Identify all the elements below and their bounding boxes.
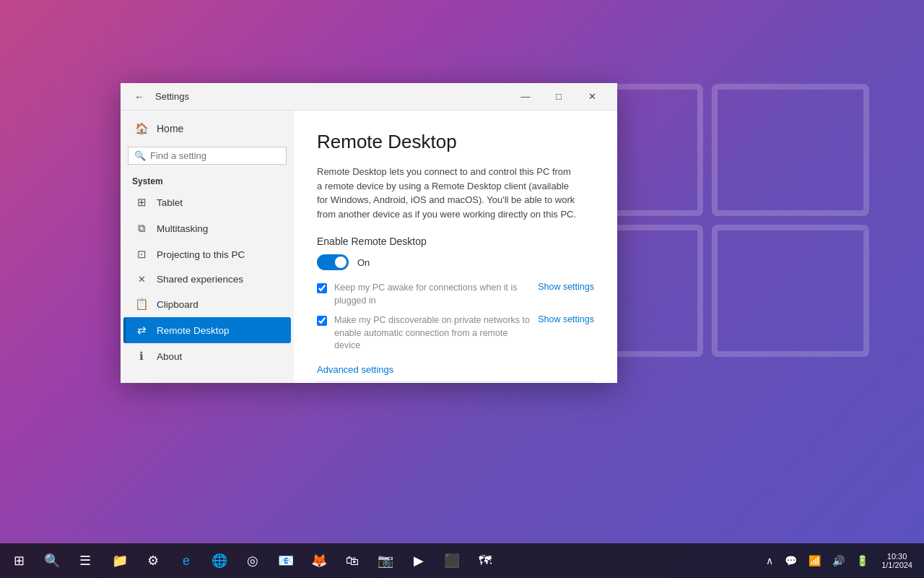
checkbox-inner-1: Keep my PC awake for connections when it…: [317, 282, 594, 307]
taskbar-clock[interactable]: 10:30 1/1/2024: [876, 552, 918, 569]
taskbar-right: ∧ 💬 📶 🔊 🔋 10:30 1/1/2024: [762, 552, 924, 569]
explorer-icon: 📁: [112, 553, 128, 569]
svg-rect-1: [715, 87, 866, 213]
start-icon: ⊞: [14, 553, 25, 569]
taskbar: ⊞ 🔍 ☰ 📁 ⚙ e 🌐 ◎ 📧 🦊 🛍: [0, 543, 924, 578]
remote-desktop-icon: ⇄: [135, 324, 148, 337]
taskbar-app-chrome[interactable]: ◎: [237, 545, 269, 577]
checkbox-2-text: Make my PC discoverable on private netwo…: [334, 314, 531, 353]
store-icon: 🛍: [346, 553, 359, 569]
clock-time: 10:30: [881, 552, 912, 561]
multitasking-icon: ⧉: [135, 222, 148, 235]
toggle-row: On: [317, 254, 594, 270]
powershell-icon: ▶: [414, 553, 424, 569]
content-pane: Remote Desktop Remote Desktop lets you c…: [294, 111, 617, 383]
sidebar-item-label: Multitasking: [157, 223, 208, 234]
sidebar-item-tablet[interactable]: ⊞ Tablet: [123, 189, 291, 215]
window-title: Settings: [155, 91, 189, 102]
taskbar-app-edge[interactable]: e: [170, 545, 202, 577]
sidebar-search-box[interactable]: 🔍: [128, 147, 287, 165]
taskbar-app-ie[interactable]: 🌐: [204, 545, 235, 577]
taskbar-app-maps[interactable]: 🗺: [469, 545, 501, 577]
taskbar-search-icon: 🔍: [44, 553, 60, 569]
task-view-icon: ☰: [79, 553, 91, 569]
discoverable-checkbox[interactable]: [317, 316, 327, 326]
sidebar-item-remote-desktop[interactable]: ⇄ Remote Desktop: [123, 317, 291, 343]
taskbar-app-explorer[interactable]: 📁: [104, 545, 136, 577]
ie-icon: 🌐: [212, 553, 227, 569]
page-title: Remote Desktop: [317, 131, 594, 153]
minimize-icon: —: [521, 91, 531, 102]
checkbox-1-text: Keep my PC awake for connections when it…: [334, 282, 531, 307]
terminal-icon: ⬛: [444, 553, 460, 569]
edge-icon: e: [183, 553, 190, 569]
chrome-icon: ◎: [247, 553, 258, 569]
shared-icon: ✕: [135, 274, 148, 285]
search-button[interactable]: 🔍: [36, 545, 68, 577]
checkbox-row-1: Keep my PC awake for connections when it…: [317, 282, 594, 307]
settings-icon: ⚙: [147, 553, 159, 569]
close-icon: ✕: [588, 91, 596, 102]
toggle-knob: [335, 256, 346, 268]
home-icon: 🏠: [135, 122, 148, 135]
sidebar-item-clipboard[interactable]: 📋 Clipboard: [123, 291, 291, 317]
show-settings-link-1[interactable]: Show settings: [538, 282, 594, 292]
sidebar-home-label: Home: [157, 123, 183, 134]
search-icon: 🔍: [134, 150, 146, 161]
start-button[interactable]: ⊞: [3, 545, 35, 577]
remote-desktop-toggle[interactable]: [317, 254, 349, 270]
sidebar-item-projecting[interactable]: ⊡ Projecting to this PC: [123, 241, 291, 267]
sidebar-item-home[interactable]: 🏠 Home: [123, 116, 291, 141]
notification-chevron[interactable]: ∧: [762, 552, 777, 569]
advanced-settings-link[interactable]: Advanced settings: [317, 364, 393, 375]
about-icon: ℹ: [135, 350, 148, 363]
taskbar-app-photos[interactable]: 📷: [370, 545, 401, 577]
show-settings-link-2[interactable]: Show settings: [538, 314, 594, 324]
back-icon: ←: [134, 91, 144, 103]
back-button[interactable]: ←: [129, 87, 149, 107]
project-icon: ⊡: [135, 248, 148, 261]
window-body: 🏠 Home 🔍 System ⊞ Tablet ⧉ Multitasking …: [121, 111, 617, 383]
firefox-icon: 🦊: [311, 553, 327, 569]
close-button[interactable]: ✕: [575, 83, 609, 111]
maximize-button[interactable]: □: [542, 83, 575, 111]
sidebar-item-label: Tablet: [157, 197, 183, 208]
window-controls: — □ ✕: [509, 83, 609, 111]
taskbar-app-settings[interactable]: ⚙: [137, 545, 169, 577]
taskbar-app-powershell[interactable]: ▶: [403, 545, 435, 577]
battery-icon[interactable]: 🔋: [852, 552, 873, 569]
minimize-button[interactable]: —: [509, 83, 542, 111]
chat-icon[interactable]: 💬: [780, 552, 801, 569]
sidebar-item-label: About: [157, 351, 182, 362]
sidebar-item-shared[interactable]: ✕ Shared experiences: [123, 267, 291, 291]
page-description: Remote Desktop lets you connect to and c…: [317, 165, 577, 221]
clipboard-icon: 📋: [135, 298, 148, 311]
keep-awake-checkbox[interactable]: [317, 283, 327, 293]
checkbox-row-2: Make my PC discoverable on private netwo…: [317, 314, 594, 353]
settings-window: ← Settings — □ ✕ 🏠 Home 🔍: [121, 83, 617, 383]
sidebar-item-label: Remote Desktop: [157, 325, 230, 336]
task-view-button[interactable]: ☰: [69, 545, 101, 577]
tablet-icon: ⊞: [135, 196, 148, 209]
volume-icon[interactable]: 🔊: [828, 552, 849, 569]
enable-label: Enable Remote Desktop: [317, 236, 594, 247]
maps-icon: 🗺: [479, 553, 492, 569]
sidebar-section-label: System: [121, 171, 294, 189]
network-icon[interactable]: 📶: [804, 552, 825, 569]
taskbar-app-mail[interactable]: 📧: [270, 545, 302, 577]
mail-icon: 📧: [278, 553, 294, 569]
taskbar-left: ⊞ 🔍 ☰: [0, 545, 101, 577]
search-input[interactable]: [150, 150, 280, 161]
taskbar-apps: 📁 ⚙ e 🌐 ◎ 📧 🦊 🛍 📷 ▶ ⬛: [101, 545, 762, 577]
taskbar-app-firefox[interactable]: 🦊: [303, 545, 335, 577]
sidebar-item-label: Clipboard: [157, 299, 199, 310]
sidebar-item-label: Projecting to this PC: [157, 249, 245, 260]
sidebar: 🏠 Home 🔍 System ⊞ Tablet ⧉ Multitasking …: [121, 111, 294, 383]
maximize-icon: □: [556, 91, 562, 102]
sidebar-item-about[interactable]: ℹ About: [123, 343, 291, 369]
taskbar-app-store[interactable]: 🛍: [336, 545, 368, 577]
sidebar-item-multitasking[interactable]: ⧉ Multitasking: [123, 215, 291, 241]
taskbar-app-terminal[interactable]: ⬛: [436, 545, 468, 577]
title-bar: ← Settings — □ ✕: [121, 83, 617, 111]
svg-rect-3: [715, 228, 866, 354]
